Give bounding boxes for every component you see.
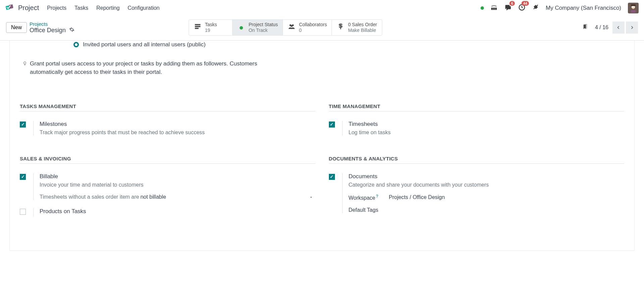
billable-desc: Invoice your time and material to custom… — [40, 182, 315, 188]
setting-products-on-tasks: Products on Tasks — [20, 208, 315, 217]
svg-point-18 — [291, 25, 293, 27]
connection-status-icon — [481, 6, 484, 10]
milestones-desc: Track major progress points that must be… — [40, 130, 315, 136]
pager-prev[interactable] — [612, 21, 625, 34]
company-switcher[interactable]: My Company (San Francisco) — [546, 5, 621, 11]
radio-selected-icon — [73, 42, 79, 47]
main-menu: Projects Tasks Reporting Configuration — [47, 5, 159, 11]
stat-buttons: Tasks 19 Project Status On Track Collabo… — [189, 19, 382, 36]
stat-tasks-label: Tasks — [205, 22, 217, 28]
default-tags-label: Default Tags — [349, 207, 379, 213]
visibility-tip-text: Grant portal users access to your projec… — [30, 59, 264, 77]
collaborators-icon — [288, 23, 296, 32]
svg-rect-14 — [195, 26, 200, 27]
stat-status-value: On Track — [249, 28, 278, 33]
svg-rect-5 — [492, 9, 493, 10]
tasks-icon — [194, 23, 202, 32]
breadcrumb-parent[interactable]: Projects — [30, 21, 75, 27]
stat-sales-value: Make Billable — [348, 28, 377, 33]
pager-counter[interactable]: 4 / 16 — [595, 24, 608, 31]
gear-icon[interactable] — [69, 27, 75, 34]
timesheets-desc: Log time on tasks — [349, 130, 625, 136]
messages-icon[interactable]: 6 — [504, 4, 511, 12]
new-button[interactable]: New — [6, 22, 27, 33]
setting-documents: Documents Categorize and share your docu… — [329, 173, 625, 213]
activities-badge: 44 — [522, 1, 529, 6]
visibility-public-label: Invited portal users and all internal us… — [83, 41, 206, 48]
breadcrumb-current: Office Design — [30, 27, 66, 34]
control-panel: New Projects Office Design Tasks 19 Proj… — [0, 16, 644, 41]
svg-rect-13 — [195, 24, 200, 26]
stat-tasks[interactable]: Tasks 19 — [189, 20, 233, 35]
stat-status-label: Project Status — [249, 22, 278, 28]
top-navbar: Project Projects Tasks Reporting Configu… — [0, 0, 644, 16]
timesheets-label: Timesheets — [349, 121, 625, 128]
svg-rect-15 — [195, 28, 198, 29]
workspace-label: Workspace — [349, 195, 376, 201]
svg-rect-6 — [493, 9, 494, 10]
menu-configuration[interactable]: Configuration — [128, 5, 159, 11]
messages-badge: 6 — [509, 1, 515, 6]
billable-checkbox[interactable] — [20, 174, 26, 180]
svg-rect-7 — [495, 9, 496, 10]
default-tags-field[interactable]: Default Tags — [349, 207, 625, 213]
billable-label: Billable — [40, 173, 315, 180]
dollar-icon — [337, 22, 345, 32]
ts-policy-prefix: Timesheets without a sales order item ar… — [40, 194, 139, 200]
milestones-checkbox[interactable] — [20, 121, 26, 128]
activities-icon[interactable]: 44 — [518, 4, 526, 12]
milestones-label: Milestones — [40, 121, 315, 128]
section-sales-invoicing: SALES & INVOICING — [20, 156, 315, 164]
help-icon[interactable]: ? — [376, 194, 378, 199]
setting-billable: Billable Invoice your time and material … — [20, 173, 315, 200]
stat-project-status[interactable]: Project Status On Track — [233, 20, 283, 35]
caret-down-icon — [309, 194, 313, 200]
menu-reporting[interactable]: Reporting — [96, 5, 119, 11]
phone-icon[interactable] — [491, 4, 497, 12]
svg-rect-4 — [495, 8, 496, 9]
stat-collab-value: 0 — [299, 28, 327, 33]
documents-desc: Categorize and share your documents with… — [349, 182, 625, 188]
app-title[interactable]: Project — [18, 4, 39, 12]
user-avatar[interactable] — [628, 3, 639, 13]
workspace-value: Projects / Office Design — [389, 194, 445, 200]
svg-rect-2 — [492, 8, 493, 9]
lightbulb-icon — [22, 60, 27, 67]
status-dot-icon — [237, 23, 245, 31]
ts-policy-value: not billable — [140, 194, 166, 200]
menu-tasks[interactable]: Tasks — [75, 5, 88, 11]
pager-next[interactable] — [626, 21, 638, 34]
products-on-tasks-label: Products on Tasks — [40, 208, 315, 215]
bookmark-icon[interactable] — [582, 23, 588, 32]
section-time-mgmt: TIME MANAGEMENT — [329, 103, 625, 111]
timesheet-policy-select[interactable]: Timesheets without a sales order item ar… — [40, 194, 315, 200]
stat-collaborators[interactable]: Collaborators 0 — [283, 20, 332, 35]
section-docs-analytics: DOCUMENTS & ANALYTICS — [329, 156, 625, 164]
stat-sales-order[interactable]: 0 Sales Order Make Billable — [332, 20, 382, 35]
app-logo[interactable] — [5, 3, 14, 13]
svg-rect-12 — [631, 10, 636, 13]
breadcrumb: Projects Office Design — [30, 21, 75, 34]
stat-collab-label: Collaborators — [299, 22, 327, 28]
section-tasks-mgmt: TASKS MANAGEMENT — [20, 103, 315, 111]
svg-rect-3 — [493, 8, 494, 9]
debug-icon[interactable] — [532, 4, 539, 12]
svg-rect-11 — [632, 6, 635, 7]
stat-sales-label: 0 Sales Order — [348, 22, 377, 28]
workspace-field[interactable]: Workspace? Projects / Office Design — [349, 194, 625, 201]
visibility-tip: Grant portal users access to your projec… — [22, 59, 264, 77]
stat-tasks-value: 19 — [205, 28, 217, 33]
timesheets-checkbox[interactable] — [329, 121, 335, 128]
setting-milestones: Milestones Track major progress points t… — [20, 121, 315, 136]
setting-timesheets: Timesheets Log time on tasks — [329, 121, 625, 136]
products-on-tasks-checkbox[interactable] — [20, 209, 26, 215]
documents-checkbox[interactable] — [329, 174, 335, 180]
project-app-icon — [5, 3, 14, 12]
menu-projects[interactable]: Projects — [47, 5, 66, 11]
form-sheet: Invited portal users and all internal us… — [9, 41, 635, 251]
documents-label: Documents — [349, 173, 625, 180]
visibility-option-public[interactable]: Invited portal users and all internal us… — [73, 41, 624, 48]
